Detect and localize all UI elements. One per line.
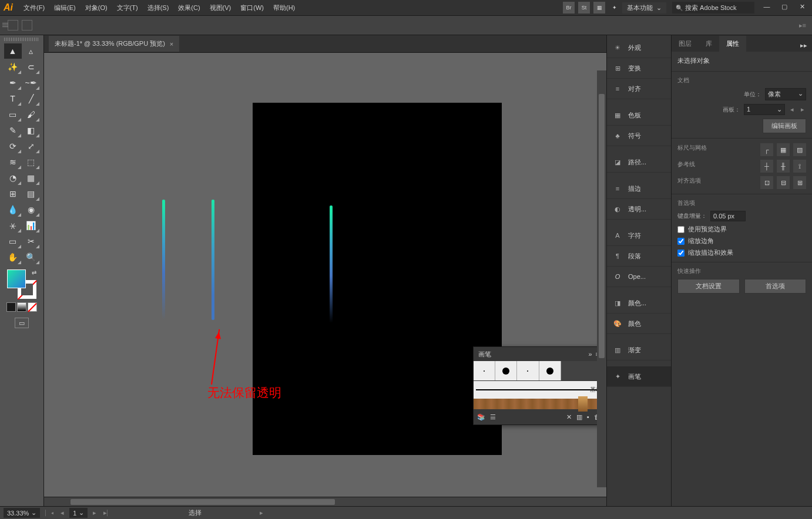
- artboard-prev-icon[interactable]: ◂: [788, 106, 796, 113]
- slice-tool[interactable]: ✂: [22, 234, 40, 249]
- nav-next-icon[interactable]: ▸: [91, 509, 98, 517]
- artboard-select[interactable]: 1: [744, 104, 785, 115]
- document-tab[interactable]: 未标题-1* @ 33.33% (RGB/GPU 预览) ×: [49, 36, 179, 52]
- brush-tip-2[interactable]: [495, 361, 517, 380]
- dock-color[interactable]: 🎨颜色: [607, 314, 671, 334]
- shaper-tool[interactable]: ✎: [4, 123, 22, 138]
- horizontal-scrollbar[interactable]: [44, 497, 606, 506]
- curvature-tool[interactable]: ~✒: [22, 75, 40, 90]
- hand-tool[interactable]: ✋: [4, 250, 22, 265]
- toolbox-handle[interactable]: [4, 38, 39, 41]
- menu-object[interactable]: 对象(O): [82, 1, 111, 15]
- dock-gradient[interactable]: ▥渐变: [607, 340, 671, 360]
- arrange-icon[interactable]: ▦: [593, 2, 605, 14]
- scale-corners-checkbox[interactable]: [677, 238, 685, 245]
- ruler-icon[interactable]: ┌: [760, 143, 773, 156]
- eyedropper-tool[interactable]: 💧: [4, 202, 22, 217]
- close-button[interactable]: ✕: [796, 3, 808, 12]
- fill-swatch[interactable]: [7, 269, 26, 288]
- minimize-button[interactable]: —: [760, 3, 773, 12]
- bridge-icon[interactable]: Br: [563, 2, 575, 14]
- maximize-button[interactable]: ▢: [778, 3, 791, 12]
- menu-type[interactable]: 文字(T): [113, 1, 142, 15]
- artboard-nav-select[interactable]: 1⌄: [69, 508, 88, 518]
- stroke-indicator[interactable]: [22, 20, 32, 31]
- gradient-color-icon[interactable]: [17, 302, 26, 312]
- expand-controlbar-icon[interactable]: ▸≡: [799, 22, 806, 29]
- dock-transform[interactable]: ⊞变换: [607, 58, 671, 79]
- direct-selection-tool[interactable]: ▵: [22, 43, 40, 59]
- pattern-brush-row[interactable]: [474, 399, 604, 409]
- dock-stroke[interactable]: ≡描边: [607, 178, 671, 199]
- brushes-panel-header[interactable]: 画笔 » ≡: [474, 347, 604, 361]
- unit-select[interactable]: 像素: [765, 88, 806, 100]
- snap-point-icon[interactable]: ⊟: [777, 176, 790, 189]
- menu-view[interactable]: 视图(V): [206, 1, 235, 15]
- new-brush-icon[interactable]: ▪: [587, 413, 589, 421]
- dock-symbols[interactable]: ♣符号: [607, 126, 671, 146]
- mesh-tool[interactable]: ⊞: [4, 186, 22, 201]
- dock-pathfinder[interactable]: ◪路径...: [607, 152, 671, 173]
- stock-icon[interactable]: St: [578, 2, 590, 14]
- shape-builder-tool[interactable]: ◔: [4, 170, 22, 186]
- dock-swatches[interactable]: ▦色板: [607, 105, 671, 126]
- edit-artboards-button[interactable]: 编辑画板: [763, 119, 806, 133]
- width-tool[interactable]: ≋: [4, 154, 22, 170]
- gpu-icon[interactable]: ✦: [609, 2, 620, 14]
- magic-wand-tool[interactable]: ✨: [4, 59, 22, 75]
- swap-fill-stroke-icon[interactable]: ⇄: [32, 269, 36, 276]
- menu-effect[interactable]: 效果(C): [175, 1, 203, 15]
- dock-transparency[interactable]: ◐透明...: [607, 199, 671, 220]
- grid-icon[interactable]: ▦: [777, 143, 790, 156]
- preferences-button[interactable]: 首选项: [744, 279, 807, 294]
- dock-align[interactable]: ≡对齐: [607, 79, 671, 99]
- nav-first-icon[interactable]: ⎸◂: [43, 509, 55, 517]
- dock-brushes[interactable]: ✦画笔: [607, 366, 671, 387]
- gradient-tool[interactable]: ▤: [22, 186, 40, 201]
- nav-last-icon[interactable]: ▸⎸: [102, 509, 115, 517]
- status-play-icon[interactable]: ▸: [258, 509, 265, 517]
- brush-options-icon[interactable]: ▥: [576, 413, 582, 421]
- selection-tool[interactable]: ▲: [4, 43, 22, 59]
- pen-tool[interactable]: ✒: [4, 75, 22, 90]
- remove-stroke-icon[interactable]: ✕: [566, 413, 572, 421]
- paintbrush-tool[interactable]: 🖌: [22, 107, 40, 122]
- brush-tip-3[interactable]: [517, 361, 539, 380]
- brushes-panel[interactable]: 画笔 » ≡ 基本 📚: [473, 346, 605, 425]
- type-tool[interactable]: T: [4, 91, 22, 106]
- zoom-tool[interactable]: 🔍: [22, 250, 40, 265]
- key-increment-input[interactable]: [710, 211, 746, 221]
- zoom-select[interactable]: 33.33%⌄: [4, 508, 40, 518]
- close-tab-icon[interactable]: ×: [170, 41, 173, 48]
- dock-paragraph[interactable]: ¶段落: [607, 246, 671, 267]
- drag-handle-icon[interactable]: [2, 23, 8, 28]
- menu-select[interactable]: 选择(S): [144, 1, 173, 15]
- nav-prev-icon[interactable]: ◂: [59, 509, 66, 517]
- menu-help[interactable]: 帮助(H): [270, 1, 298, 15]
- artboard-tool[interactable]: ▭: [4, 234, 22, 249]
- dock-appearance[interactable]: ☀外观: [607, 38, 671, 58]
- scale-strokes-checkbox[interactable]: [677, 250, 685, 257]
- menu-window[interactable]: 窗口(W): [237, 1, 267, 15]
- panel-expand-icon[interactable]: »: [588, 351, 592, 358]
- dock-opentype[interactable]: OOpe...: [607, 267, 671, 287]
- menu-file[interactable]: 文件(F): [20, 1, 48, 15]
- blend-tool[interactable]: ◉: [22, 202, 40, 217]
- rotate-tool[interactable]: ⟳: [4, 139, 22, 154]
- document-setup-button[interactable]: 文档设置: [677, 279, 740, 294]
- tab-layers[interactable]: 图层: [672, 36, 699, 52]
- perspective-tool[interactable]: ▦: [22, 170, 40, 186]
- tab-properties[interactable]: 属性: [719, 36, 746, 52]
- brush-libraries-menu-icon[interactable]: ☰: [490, 413, 496, 421]
- fill-stroke-swatch[interactable]: ⇄: [7, 269, 36, 299]
- graph-tool[interactable]: 📊: [22, 218, 40, 233]
- show-guides-icon[interactable]: ┼: [760, 160, 773, 173]
- symbol-sprayer-tool[interactable]: ⚹: [4, 218, 22, 233]
- brush-library-icon[interactable]: 📚: [477, 413, 485, 421]
- brush-tip-4[interactable]: [539, 361, 561, 380]
- menu-edit[interactable]: 编辑(E): [51, 1, 79, 15]
- tab-libraries[interactable]: 库: [699, 36, 719, 52]
- fill-indicator[interactable]: [8, 20, 18, 31]
- rectangle-tool[interactable]: ▭: [4, 107, 22, 122]
- lasso-tool[interactable]: ⊂: [22, 59, 40, 75]
